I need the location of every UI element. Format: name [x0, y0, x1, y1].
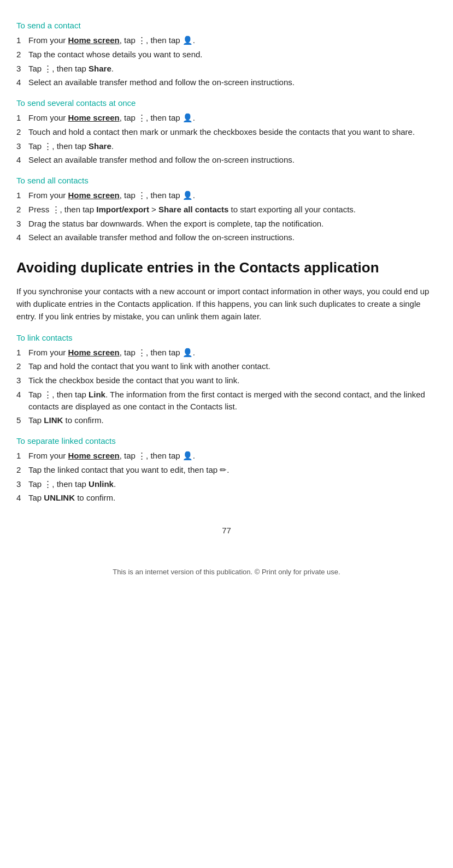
step-text: Tap the linked contact that you want to …	[28, 464, 437, 476]
step-num: 1	[16, 34, 28, 46]
list-item: 4 Tap ⋮, then tap Link. The information …	[16, 389, 437, 413]
step-num: 2	[16, 464, 28, 476]
section-separate-contacts: To separate linked contacts 1 From your …	[16, 436, 437, 504]
step-num: 2	[16, 204, 28, 216]
step-text: Select an available transfer method and …	[28, 154, 437, 166]
list-item: 2 Tap the linked contact that you want t…	[16, 464, 437, 476]
step-num: 1	[16, 112, 28, 124]
section-send-a-contact: To send a contact 1 From your Home scree…	[16, 21, 437, 88]
list-item: 1 From your Home screen, tap ⋮, then tap…	[16, 34, 437, 46]
steps-link-contacts: 1 From your Home screen, tap ⋮, then tap…	[16, 347, 437, 427]
heading-send-several-contacts: To send several contacts at once	[16, 98, 437, 108]
step-num: 4	[16, 492, 28, 504]
section-send-several-contacts: To send several contacts at once 1 From …	[16, 98, 437, 166]
step-text: Tap the contact whose details you want t…	[28, 49, 437, 61]
list-item: 4 Select an available transfer method an…	[16, 154, 437, 166]
footer-text: This is an internet version of this publ…	[16, 568, 437, 576]
list-item: 4 Select an available transfer method an…	[16, 76, 437, 88]
steps-separate-contacts: 1 From your Home screen, tap ⋮, then tap…	[16, 450, 437, 504]
heading-link-contacts: To link contacts	[16, 333, 437, 342]
step-text: From your Home screen, tap ⋮, then tap 👤…	[28, 347, 437, 359]
step-num: 3	[16, 140, 28, 152]
list-item: 3 Drag the status bar downwards. When th…	[16, 218, 437, 230]
heading-send-all-contacts: To send all contacts	[16, 176, 437, 185]
step-num: 2	[16, 360, 28, 372]
step-num: 4	[16, 231, 28, 243]
steps-send-all-contacts: 1 From your Home screen, tap ⋮, then tap…	[16, 189, 437, 243]
step-text: From your Home screen, tap ⋮, then tap 👤…	[28, 189, 437, 201]
list-item: 3 Tap ⋮, then tap Share.	[16, 63, 437, 75]
step-text: Tick the checkbox beside the contact tha…	[28, 374, 437, 387]
intro-paragraph: If you synchronise your contacts with a …	[16, 285, 437, 323]
list-item: 2 Tap and hold the contact that you want…	[16, 360, 437, 372]
main-heading: Avoiding duplicate entries in the Contac…	[16, 259, 437, 277]
list-item: 2 Tap the contact whose details you want…	[16, 49, 437, 61]
list-item: 3 Tap ⋮, then tap Unlink.	[16, 478, 437, 490]
list-item: 2 Touch and hold a contact then mark or …	[16, 126, 437, 138]
list-item: 1 From your Home screen, tap ⋮, then tap…	[16, 347, 437, 359]
list-item: 1 From your Home screen, tap ⋮, then tap…	[16, 450, 437, 462]
step-text: Tap ⋮, then tap Share.	[28, 140, 437, 152]
list-item: 4 Tap UNLINK to confirm.	[16, 492, 437, 504]
list-item: 1 From your Home screen, tap ⋮, then tap…	[16, 112, 437, 124]
step-text: Tap and hold the contact that you want t…	[28, 360, 437, 372]
list-item: 1 From your Home screen, tap ⋮, then tap…	[16, 189, 437, 201]
step-text: From your Home screen, tap ⋮, then tap 👤…	[28, 34, 437, 46]
step-text: Select an available transfer method and …	[28, 76, 437, 88]
steps-send-several-contacts: 1 From your Home screen, tap ⋮, then tap…	[16, 112, 437, 166]
step-text: From your Home screen, tap ⋮, then tap 👤…	[28, 450, 437, 462]
step-num: 3	[16, 63, 28, 75]
section-avoiding-duplicates: Avoiding duplicate entries in the Contac…	[16, 259, 437, 323]
heading-send-a-contact: To send a contact	[16, 21, 437, 30]
step-num: 3	[16, 218, 28, 230]
step-num: 4	[16, 76, 28, 88]
step-num: 4	[16, 389, 28, 413]
step-text: Tap ⋮, then tap Link. The information fr…	[28, 389, 437, 413]
step-num: 3	[16, 374, 28, 387]
list-item: 2 Press ⋮, then tap Import/export > Shar…	[16, 204, 437, 216]
step-text: Press ⋮, then tap Import/export > Share …	[28, 204, 437, 216]
section-link-contacts: To link contacts 1 From your Home screen…	[16, 333, 437, 427]
heading-separate-contacts: To separate linked contacts	[16, 436, 437, 445]
list-item: 5 Tap LINK to confirm.	[16, 414, 437, 426]
step-num: 3	[16, 478, 28, 490]
list-item: 3 Tap ⋮, then tap Share.	[16, 140, 437, 152]
step-text: From your Home screen, tap ⋮, then tap 👤…	[28, 112, 437, 124]
step-num: 2	[16, 49, 28, 61]
list-item: 4 Select an available transfer method an…	[16, 231, 437, 243]
step-num: 5	[16, 414, 28, 426]
step-num: 1	[16, 347, 28, 359]
step-text: Drag the status bar downwards. When the …	[28, 218, 437, 230]
step-text: Tap LINK to confirm.	[28, 414, 437, 426]
step-num: 4	[16, 154, 28, 166]
step-num: 2	[16, 126, 28, 138]
list-item: 3 Tick the checkbox beside the contact t…	[16, 374, 437, 387]
steps-send-a-contact: 1 From your Home screen, tap ⋮, then tap…	[16, 34, 437, 88]
step-text: Tap UNLINK to confirm.	[28, 492, 437, 504]
step-text: Touch and hold a contact then mark or un…	[28, 126, 437, 138]
step-text: Tap ⋮, then tap Unlink.	[28, 478, 437, 490]
step-num: 1	[16, 189, 28, 201]
step-num: 1	[16, 450, 28, 462]
step-text: Select an available transfer method and …	[28, 231, 437, 243]
page-number: 77	[16, 526, 437, 535]
section-send-all-contacts: To send all contacts 1 From your Home sc…	[16, 176, 437, 243]
step-text: Tap ⋮, then tap Share.	[28, 63, 437, 75]
